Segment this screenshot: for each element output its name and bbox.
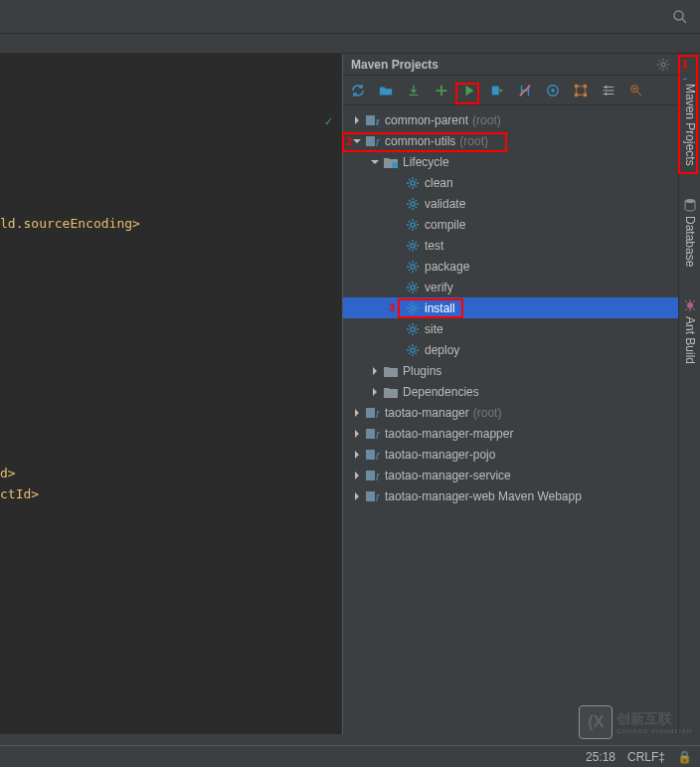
settings-icon[interactable] — [627, 82, 645, 99]
svg-point-21 — [411, 264, 415, 268]
svg-point-37 — [685, 199, 695, 203]
svg-rect-3 — [492, 86, 499, 95]
folder-icon[interactable] — [377, 82, 395, 99]
lifecycle-phase[interactable]: verify — [343, 277, 700, 297]
maven-module-icon: m — [365, 112, 381, 128]
chevron-right-icon[interactable] — [369, 365, 381, 377]
side-tab-label: Ant Build — [683, 316, 697, 364]
tree-folder-dependencies[interactable]: Dependencies — [343, 381, 700, 402]
tree-label: deploy — [425, 343, 459, 357]
gear-icon — [405, 217, 421, 233]
side-tab-database[interactable]: Database — [680, 190, 700, 275]
line-ending[interactable]: CRLF‡ — [627, 750, 665, 764]
lifecycle-phase-install[interactable]: install — [343, 297, 700, 318]
maven-tree[interactable]: m common-parent (root) m common-utils (r… — [343, 105, 700, 734]
side-tab-label: Maven Projects — [683, 84, 697, 166]
chevron-right-icon[interactable] — [351, 114, 363, 126]
svg-point-20 — [411, 243, 415, 247]
status-bar: 25:18 CRLF‡ 🔒 — [0, 745, 700, 767]
svg-point-19 — [411, 222, 415, 226]
tree-root-item[interactable]: mtaotao-manager(root) — [343, 402, 700, 423]
lifecycle-phase[interactable]: site — [343, 318, 700, 339]
main-area: ✓ ld.sourceEncoding> d> ctId> Maven Proj… — [0, 54, 700, 734]
lifecycle-phase[interactable]: deploy — [343, 339, 700, 360]
svg-line-1 — [682, 19, 686, 23]
tree-label: common-parent — [385, 113, 468, 127]
svg-point-18 — [411, 201, 415, 205]
gear-icon — [405, 300, 421, 316]
skip-tests-icon[interactable] — [544, 82, 562, 99]
svg-rect-28 — [366, 429, 375, 439]
dependencies-icon[interactable] — [572, 82, 590, 99]
tree-root-item[interactable]: mtaotao-manager-web Maven Webapp — [343, 485, 700, 506]
svg-point-38 — [687, 302, 693, 308]
maven-toolbar — [343, 76, 700, 105]
side-tab-maven[interactable]: m Maven Projects — [680, 58, 700, 174]
chevron-right-icon[interactable] — [351, 407, 363, 419]
svg-text:m: m — [376, 407, 380, 420]
execute-icon[interactable] — [488, 82, 506, 99]
svg-point-2 — [661, 62, 665, 66]
side-tab-ant[interactable]: Ant Build — [680, 290, 700, 372]
offline-icon[interactable] — [516, 82, 534, 99]
gear-icon — [405, 175, 421, 191]
svg-point-6 — [551, 89, 555, 93]
panel-title: Maven Projects — [351, 58, 648, 72]
gear-icon — [405, 280, 421, 295]
tree-root-item[interactable]: m common-utils (root) — [343, 130, 700, 151]
svg-rect-30 — [366, 450, 375, 460]
lifecycle-phase[interactable]: validate — [343, 193, 700, 214]
collapse-all-icon[interactable] — [600, 82, 617, 99]
download-icon[interactable] — [405, 82, 423, 99]
tab-strip — [0, 34, 700, 54]
gear-icon — [405, 342, 421, 358]
panel-header: Maven Projects — [343, 54, 700, 76]
tree-label: validate — [425, 197, 465, 211]
lock-icon[interactable]: 🔒 — [677, 750, 692, 764]
tree-root-item[interactable]: mtaotao-manager-pojo — [343, 444, 700, 465]
tree-label: Dependencies — [403, 385, 479, 399]
svg-text:m: m — [376, 470, 380, 482]
lifecycle-phase[interactable]: package — [343, 256, 700, 277]
tree-label: taotao-manager-pojo — [385, 448, 495, 462]
tree-root-item[interactable]: m common-parent (root) — [343, 109, 700, 130]
chevron-right-icon[interactable] — [351, 449, 363, 461]
chevron-down-icon[interactable] — [369, 156, 381, 168]
svg-point-22 — [411, 285, 415, 288]
tree-label: Lifecycle — [403, 155, 449, 169]
run-icon[interactable] — [460, 82, 478, 99]
chevron-down-icon[interactable] — [351, 135, 363, 147]
tree-folder-plugins[interactable]: Plugins — [343, 360, 700, 381]
annotation-number: 3 — [389, 301, 395, 313]
gear-icon — [405, 321, 421, 337]
maven-module-icon: m — [365, 133, 381, 149]
chevron-right-icon[interactable] — [351, 428, 363, 440]
tree-label: taotao-manager-web Maven Webapp — [385, 489, 582, 503]
svg-point-0 — [674, 11, 683, 20]
check-icon: ✓ — [324, 115, 333, 128]
chevron-right-icon[interactable] — [351, 470, 363, 481]
svg-rect-8 — [584, 84, 588, 88]
search-icon[interactable] — [672, 9, 688, 25]
side-tab-label: Database — [683, 216, 697, 267]
tree-label: verify — [425, 281, 453, 294]
tree-root-item[interactable]: mtaotao-manager-service — [343, 465, 700, 485]
editor-pane[interactable]: ✓ ld.sourceEncoding> d> ctId> — [0, 54, 342, 734]
tree-root-item[interactable]: mtaotao-manager-mapper — [343, 423, 700, 444]
svg-rect-12 — [366, 115, 375, 125]
svg-rect-26 — [366, 408, 375, 418]
folder-icon — [383, 363, 399, 379]
tree-folder-lifecycle[interactable]: Lifecycle — [343, 151, 700, 172]
database-icon — [683, 198, 697, 212]
chevron-right-icon[interactable] — [369, 386, 381, 398]
refresh-icon[interactable] — [349, 82, 367, 99]
chevron-right-icon[interactable] — [351, 490, 363, 502]
gear-icon[interactable] — [656, 58, 670, 72]
svg-rect-32 — [366, 471, 375, 480]
add-icon[interactable] — [433, 82, 450, 99]
folder-icon — [383, 154, 399, 170]
lifecycle-phase[interactable]: clean — [343, 172, 700, 193]
code-line: ctId> — [0, 483, 341, 504]
lifecycle-phase[interactable]: test — [343, 235, 700, 256]
lifecycle-phase[interactable]: compile — [343, 214, 700, 235]
